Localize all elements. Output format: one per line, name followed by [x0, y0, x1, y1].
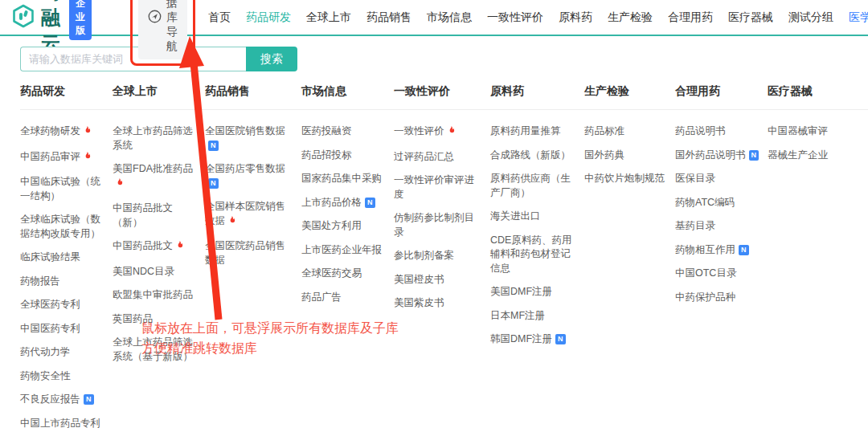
menu-item-label: 中药保护品种 [675, 291, 735, 303]
menu-item[interactable]: 美国紫皮书 [394, 296, 482, 311]
annotation-line-2: 方便精准跳转数据库 [141, 338, 399, 358]
menu-column-title-3: 市场信息 [301, 84, 394, 109]
menu-item[interactable]: 中国药品批文 [113, 239, 197, 255]
menu-item-label: 全球上市药品筛选系统 [113, 125, 193, 151]
menu-item[interactable]: 药物报告 [20, 275, 104, 289]
menu-item-label: 医保目录 [675, 173, 715, 184]
menu-item[interactable]: 国家药品集中采购 [301, 172, 386, 186]
nav-item-10[interactable]: 测试分组 [788, 10, 833, 25]
menu-item[interactable]: 不良反应报告N [20, 393, 104, 407]
nav-item-4[interactable]: 市场信息 [427, 10, 472, 25]
menu-item[interactable]: 欧盟集中审批药品 [113, 288, 197, 303]
menu-item[interactable]: 参比制剂备案 [394, 249, 482, 263]
menu-item[interactable]: 原料药供应商（生产厂商） [490, 172, 576, 200]
menu-item[interactable]: 美国DMF注册 [490, 285, 576, 299]
mega-menu-columns: 全球药物研发中国药品审评中国临床试验（统一结构）全球临床试验（数据结构改版专用）… [20, 124, 868, 436]
menu-item[interactable]: 中国器械审评 [768, 124, 848, 139]
menu-item[interactable]: 上市医药企业年报 [301, 243, 386, 258]
menu-item[interactable]: 日本MF注册 [490, 309, 576, 324]
menu-item-label: 医药投融资 [301, 125, 352, 137]
menu-item[interactable]: 药代动力学 [20, 345, 104, 360]
menu-item[interactable]: 合成路线（新版） [490, 149, 576, 163]
menu-item-label: 药物安全性 [20, 370, 71, 381]
nav-item-9[interactable]: 医疗器械 [728, 10, 773, 25]
menu-item[interactable]: 药物相互作用N [675, 243, 760, 258]
nav-item-5[interactable]: 一致性评价 [487, 10, 543, 25]
search-button[interactable]: 搜索 [246, 47, 297, 71]
menu-item[interactable]: 中国上市药品专利 [20, 417, 104, 431]
menu-item-label: CDE原料药、药用辅料和药包材登记信息 [490, 234, 571, 274]
menu-item-label: 仿制药参比制剂目录 [394, 212, 474, 238]
menu-item[interactable]: CDE原料药、药用辅料和药包材登记信息 [490, 234, 576, 276]
menu-item[interactable]: 中国医药专利 [20, 322, 104, 336]
search-input[interactable] [20, 47, 246, 71]
menu-item[interactable]: 美国橙皮书 [394, 273, 482, 287]
menu-item[interactable]: 中国临床试验（统一结构） [20, 175, 104, 203]
menu-item[interactable]: 全球药物研发 [20, 124, 104, 141]
menu-item[interactable]: 美国FDA批准药品 [113, 162, 197, 192]
menu-item-label: 全国医院药品销售数据 [205, 240, 285, 266]
menu-column-title-5: 原料药 [490, 84, 584, 109]
menu-item[interactable]: 韩国DMF注册N [490, 332, 576, 347]
menu-item[interactable]: 一致性评价审评进度 [394, 173, 482, 202]
menu-item[interactable]: 海关进出口 [490, 210, 576, 224]
menu-item[interactable]: 全国医院药品销售数据 [205, 239, 293, 267]
menu-item[interactable]: 上市药品价格N [301, 196, 386, 210]
menu-item-label: 药品招投标 [301, 149, 352, 161]
menu-item[interactable]: 全球临床试验（数据结构改版专用） [20, 213, 104, 241]
menu-item[interactable]: 药品广告 [301, 291, 386, 305]
menu-item[interactable]: 全球上市药品筛选系统 [113, 124, 197, 153]
menu-item[interactable]: 全国医院销售数据N [205, 124, 293, 153]
menu-item[interactable]: 全国样本医院销售数据 [205, 200, 293, 230]
menu-item[interactable]: 医保目录 [675, 172, 760, 186]
menu-item[interactable]: 国外药典 [584, 149, 667, 163]
database-navigation-button[interactable]: 数据库导航 [138, 0, 187, 59]
menu-item[interactable]: 仿制药参比制剂目录 [394, 211, 482, 239]
menu-item[interactable]: 原料药用量推算 [490, 124, 576, 139]
nav-item-8[interactable]: 合理用药 [668, 10, 713, 25]
menu-item[interactable]: 中国OTC目录 [675, 267, 760, 281]
menu-column-title-1: 全球上市 [113, 84, 205, 109]
menu-item[interactable]: 过评药品汇总 [394, 150, 482, 165]
menu-item[interactable]: 药品说明书 [675, 124, 760, 139]
nav-item-7[interactable]: 生产检验 [608, 10, 653, 25]
menu-item[interactable]: 药物安全性 [20, 369, 104, 384]
hot-fire-icon [83, 125, 92, 141]
menu-item[interactable]: 药物ATC编码 [675, 196, 760, 210]
menu-item[interactable]: 国外药品说明书N [675, 149, 760, 163]
menu-item[interactable]: 中药饮片炮制规范 [584, 172, 667, 186]
nav-item-11[interactable]: 医学文献检索 [849, 10, 868, 25]
nav-item-1[interactable]: 药品研发 [246, 10, 291, 25]
hot-fire-icon [175, 240, 184, 255]
menu-item-label: 中国器械审评 [768, 125, 828, 137]
nav-item-2[interactable]: 全球上市 [306, 10, 351, 25]
menu-item-label: 原料药用量推算 [490, 125, 561, 137]
menu-item[interactable]: 临床试验结果 [20, 251, 104, 265]
menu-item-label: 过评药品汇总 [394, 151, 454, 162]
menu-item-label: 原料药供应商（生产厂商） [490, 173, 571, 198]
menu-item[interactable]: 全球医药交易 [301, 267, 386, 281]
nav-item-3[interactable]: 药品销售 [366, 10, 411, 25]
menu-item[interactable]: 基药目录 [675, 219, 760, 234]
menu-item-label: 全球医药专利 [20, 299, 80, 310]
menu-item[interactable]: 美国NDC目录 [113, 265, 197, 279]
menu-item[interactable]: 医药投融资 [301, 124, 386, 139]
menu-item[interactable]: 器械生产企业 [768, 149, 848, 163]
menu-item[interactable]: 中药保护品种 [675, 291, 760, 305]
menu-item-label: 全国样本医院销售数据 [205, 201, 285, 226]
menu-item-label: 中国临床试验（统一结构） [20, 176, 100, 202]
menu-item[interactable]: 药品招投标 [301, 149, 386, 163]
nav-item-0[interactable]: 首页 [208, 10, 231, 25]
menu-item-label: 药代动力学 [20, 346, 71, 357]
menu-item[interactable]: 一致性评价 [394, 124, 482, 141]
menu-item[interactable]: 全球医药专利 [20, 298, 104, 312]
annotation-line-1: 鼠标放在上面，可悬浮展示所有数据库及子库 [141, 318, 399, 338]
menu-item[interactable]: 全国药店零售数据N [205, 162, 293, 190]
menu-item[interactable]: 中国药品批文（新） [113, 202, 197, 230]
menu-item[interactable]: 中国药品审评 [20, 150, 104, 166]
menu-item[interactable]: 美国处方利用 [301, 219, 386, 234]
menu-item-label: 中国药品审评 [20, 151, 80, 162]
menu-item-label: 上市医药企业年报 [301, 244, 382, 255]
menu-item[interactable]: 药品标准 [584, 124, 667, 139]
nav-item-6[interactable]: 原料药 [559, 10, 592, 25]
